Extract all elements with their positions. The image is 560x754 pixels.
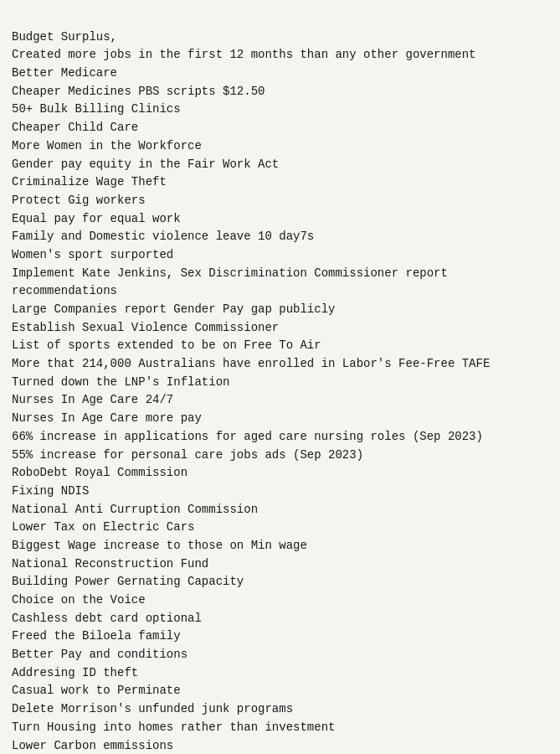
list-item: Gender pay equity in the Fair Work Act	[12, 156, 548, 174]
list-item: Budget Surplus,	[12, 28, 548, 47]
list-item: Created more jobs in the first 12 months…	[12, 46, 548, 65]
list-item: Biggest Wage increase to those on Min wa…	[12, 537, 548, 555]
list-item: Delete Morrison's unfunded junk programs	[12, 700, 548, 719]
policy-list: Budget Surplus,Created more jobs in the …	[12, 10, 548, 754]
list-item: Lower Carbon emmissions	[12, 737, 548, 755]
list-item: Freed the Biloela family	[12, 627, 548, 646]
list-item: More that 214,000 Australians have enrol…	[12, 355, 548, 374]
list-item: Cheaper Child Care	[12, 119, 548, 137]
list-item: Women's sport surported	[12, 246, 548, 265]
list-item: 55% increase for personal care jobs ads …	[12, 447, 548, 465]
list-item: Fixing NDIS	[12, 483, 548, 501]
list-item: Casual work to Perminate	[12, 682, 548, 700]
list-item: Building Power Gernating Capacity	[12, 573, 548, 591]
list-item: Implement Kate Jenkins, Sex Discriminati…	[12, 265, 548, 301]
list-item: Large Companies report Gender Pay gap pu…	[12, 301, 548, 319]
list-item: Nurses In Age Care more pay	[12, 410, 548, 428]
list-item: Turned down the LNP's Inflation	[12, 374, 548, 392]
list-item: Choice on the Voice	[12, 591, 548, 610]
list-item: National Reconstruction Fund	[12, 555, 548, 574]
list-item: Nurses In Age Care 24/7	[12, 391, 548, 410]
list-item: National Anti Curruption Commission	[12, 501, 548, 519]
list-item: More Women in the Workforce	[12, 137, 548, 156]
list-item: Cashless debt card optional	[12, 610, 548, 628]
list-item: Family and Domestic violence leave 10 da…	[12, 228, 548, 246]
list-item: List of sports extended to be on Free To…	[12, 337, 548, 355]
list-item: Protect Gig workers	[12, 192, 548, 210]
list-item: Equal pay for equal work	[12, 210, 548, 229]
list-item: Addresing ID theft	[12, 664, 548, 683]
list-item: Cheaper Medicines PBS scripts $12.50	[12, 83, 548, 101]
list-item: 50+ Bulk Billing Clinics	[12, 101, 548, 119]
list-item: Establish Sexual Violence Commissioner	[12, 319, 548, 338]
list-item: Better Pay and conditions	[12, 646, 548, 664]
list-item: Lower Tax on Electric Cars	[12, 519, 548, 537]
list-item: Turn Housing into homes rather than inve…	[12, 719, 548, 737]
list-item: 66% increase in applications for aged ca…	[12, 428, 548, 447]
list-item: RoboDebt Royal Commission	[12, 464, 548, 483]
list-item: Criminalize Wage Theft	[12, 173, 548, 192]
list-item: Better Medicare	[12, 65, 548, 83]
